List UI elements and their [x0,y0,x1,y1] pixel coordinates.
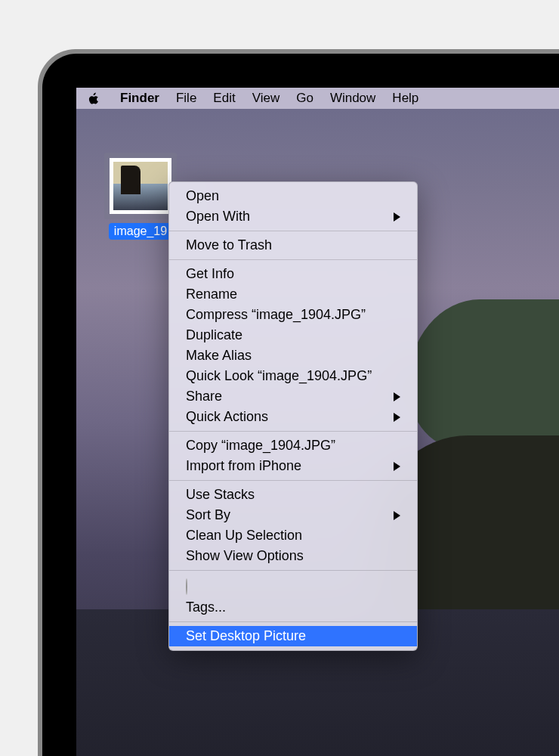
menu-item-get-info[interactable]: Get Info [169,264,417,284]
menu-item-label: Duplicate [186,327,242,343]
menu-separator [169,621,417,622]
menu-item-quick-look-image-1904-jpg[interactable]: Quick Look “image_1904.JPG” [169,366,417,386]
menu-item-label: Quick Actions [186,409,268,425]
submenu-arrow-icon [394,462,400,471]
menu-item-label: Copy “image_1904.JPG” [186,438,335,454]
menu-item-copy-image-1904-jpg[interactable]: Copy “image_1904.JPG” [169,435,417,456]
menu-separator [169,231,417,231]
apple-menu-icon[interactable] [87,92,100,105]
menu-item-label: Move to Trash [186,237,272,253]
menu-item-label: Get Info [186,266,234,282]
menu-item-duplicate[interactable]: Duplicate [169,325,417,345]
menu-item-make-alias[interactable]: Make Alias [169,345,417,366]
menu-item-label: Compress “image_1904.JPG” [186,307,366,323]
menu-separator [169,480,417,481]
menu-item-label: Rename [186,287,237,302]
tag-color-none-icon[interactable] [186,578,187,595]
file-thumbnail-image [113,162,168,210]
menubar-go[interactable]: Go [288,91,322,106]
desktop-file[interactable]: image_19 [103,153,178,243]
menubar: Finder File Edit View Go Window Help [76,88,559,109]
laptop-frame: Finder File Edit View Go Window Help ima… [38,49,559,756]
menu-item-label: Show View Options [186,548,304,564]
laptop-bezel: Finder File Edit View Go Window Help ima… [42,54,559,756]
menu-separator [169,431,417,432]
menu-item-label: Tags... [186,600,226,615]
menu-separator [169,259,417,260]
menu-item-share[interactable]: Share [169,386,417,407]
menu-item-label-highlighted: Set Desktop Picture [186,628,306,644]
menu-item-label: Make Alias [186,348,252,364]
submenu-arrow-icon [394,212,400,222]
file-thumbnail-selection [104,153,177,219]
menu-item-sort-by[interactable]: Sort By [169,505,417,525]
menu-item-quick-actions[interactable]: Quick Actions [169,407,417,427]
submenu-arrow-icon [394,511,400,520]
menu-item-label: Use Stacks [186,487,255,503]
menu-item-label: Open [186,188,219,204]
menu-item-open-with[interactable]: Open With [169,206,417,227]
menu-item-label: Sort By [186,507,230,523]
menubar-view[interactable]: View [244,91,289,106]
menu-item-label: Share [186,389,222,404]
submenu-arrow-icon [394,392,400,401]
menu-item-rename[interactable]: Rename [169,284,417,305]
menu-item-clean-up-selection[interactable]: Clean Up Selection [169,525,417,546]
menu-item-set-desktop-picture[interactable]: Set Desktop Picture [169,626,417,646]
menu-item-open[interactable]: Open [169,186,417,206]
menu-item-label: Clean Up Selection [186,528,302,544]
menu-tags-row[interactable] [169,575,417,597]
menu-item-import-from-iphone[interactable]: Import from iPhone [169,456,417,476]
menubar-file[interactable]: File [168,91,205,106]
menubar-edit[interactable]: Edit [205,91,243,106]
menu-item-compress-image-1904-jpg[interactable]: Compress “image_1904.JPG” [169,305,417,325]
menubar-app-name[interactable]: Finder [112,91,168,106]
submenu-arrow-icon [394,413,400,422]
menubar-window[interactable]: Window [322,91,384,106]
menu-item-tags[interactable]: Tags... [169,597,417,618]
menu-item-move-to-trash[interactable]: Move to Trash [169,235,417,256]
menu-item-label: Quick Look “image_1904.JPG” [186,368,372,384]
menu-separator [169,570,417,571]
context-menu: OpenOpen WithMove to TrashGet InfoRename… [168,181,418,651]
file-label[interactable]: image_19 [109,223,172,240]
menu-item-label: Open With [186,209,250,225]
menu-item-show-view-options[interactable]: Show View Options [169,546,417,566]
menubar-help[interactable]: Help [384,91,427,106]
menu-item-label: Import from iPhone [186,458,301,474]
file-thumbnail-frame [110,158,171,214]
desktop-screen: Finder File Edit View Go Window Help ima… [76,88,559,756]
menu-item-use-stacks[interactable]: Use Stacks [169,485,417,505]
